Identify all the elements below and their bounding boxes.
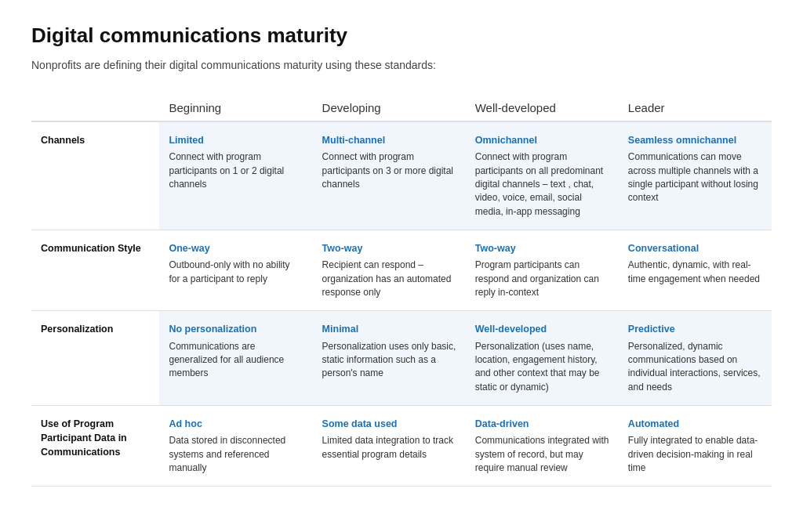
cell-title: Data-driven: [475, 417, 609, 431]
cell-title: Predictive: [628, 322, 762, 336]
cell-body: Fully integrated to enable data-driven d…: [628, 434, 762, 475]
table-cell: Seamless omnichannelCommunications can m…: [619, 121, 772, 230]
cell-body: Communications can move across multiple …: [628, 150, 762, 205]
table-cell: AutomatedFully integrated to enable data…: [619, 406, 772, 487]
page-title: Digital communications maturity: [31, 24, 772, 48]
header-developing: Developing: [313, 95, 466, 121]
cell-title: Seamless omnichannel: [628, 133, 762, 147]
table-cell: ConversationalAuthentic, dynamic, with r…: [619, 230, 772, 311]
table-row: ChannelsLimitedConnect with program part…: [31, 121, 772, 230]
table-cell: PredictivePersonalized, dynamic communic…: [619, 311, 772, 406]
table-header-row: Beginning Developing Well-developed Lead…: [31, 95, 772, 121]
cell-title: Automated: [628, 417, 762, 431]
table-cell: Some data usedLimited data integration t…: [313, 406, 466, 487]
cell-body: Personalized, dynamic communications bas…: [628, 340, 762, 395]
cell-body: Limited data integration to track essent…: [322, 434, 456, 461]
table-cell: One-wayOutbound-only with no ability for…: [159, 230, 312, 311]
cell-title: No personalization: [169, 322, 303, 336]
cell-body: Personalization uses only basic, static …: [322, 340, 456, 381]
cell-body: Program participants can respond and org…: [475, 259, 609, 299]
cell-body: Connect with program participants on all…: [475, 150, 609, 219]
cell-title: Omnichannel: [475, 133, 609, 147]
table-cell: Ad hocData stored in disconnected system…: [159, 406, 312, 487]
table-cell: LimitedConnect with program participants…: [159, 121, 312, 230]
row-label: Channels: [31, 121, 159, 230]
cell-body: Data stored in disconnected systems and …: [169, 434, 303, 475]
table-cell: Well-developedPersonalization (uses name…: [466, 311, 619, 406]
cell-title: Well-developed: [475, 322, 609, 336]
cell-body: Communications are generalized for all a…: [169, 340, 303, 381]
cell-body: Personalization (uses name, location, en…: [475, 340, 609, 395]
cell-title: Two-way: [475, 241, 609, 255]
cell-title: Ad hoc: [169, 417, 303, 431]
cell-title: Limited: [169, 133, 303, 147]
row-label: Personalization: [31, 311, 159, 406]
table-cell: MinimalPersonalization uses only basic, …: [313, 311, 466, 406]
cell-body: Authentic, dynamic, with real-time engag…: [628, 259, 762, 286]
cell-body: Communications integrated with system of…: [475, 434, 609, 475]
header-empty: [31, 95, 159, 121]
row-label: Use of Program Participant Data in Commu…: [31, 406, 159, 487]
table-row: Use of Program Participant Data in Commu…: [31, 406, 772, 487]
table-cell: Multi-channelConnect with program partic…: [313, 121, 466, 230]
table-row: PersonalizationNo personalizationCommuni…: [31, 311, 772, 406]
page-subtitle: Nonprofits are defining their digital co…: [31, 59, 772, 71]
cell-title: Two-way: [322, 241, 456, 255]
cell-title: One-way: [169, 241, 303, 255]
table-cell: Data-drivenCommunications integrated wit…: [466, 406, 619, 487]
table-row: Communication StyleOne-wayOutbound-only …: [31, 230, 772, 311]
cell-body: Outbound-only with no ability for a part…: [169, 259, 303, 286]
row-label: Communication Style: [31, 230, 159, 311]
table-cell: Two-wayProgram participants can respond …: [466, 230, 619, 311]
cell-title: Some data used: [322, 417, 456, 431]
cell-title: Conversational: [628, 241, 762, 255]
table-cell: OmnichannelConnect with program particip…: [466, 121, 619, 230]
cell-body: Recipient can respond – organization has…: [322, 259, 456, 299]
cell-title: Multi-channel: [322, 133, 456, 147]
maturity-table: Beginning Developing Well-developed Lead…: [31, 95, 772, 487]
header-leader: Leader: [619, 95, 772, 121]
header-beginning: Beginning: [159, 95, 312, 121]
cell-title: Minimal: [322, 322, 456, 336]
table-cell: Two-wayRecipient can respond – organizat…: [313, 230, 466, 311]
cell-body: Connect with program participants on 3 o…: [322, 150, 456, 191]
cell-body: Connect with program participants on 1 o…: [169, 150, 303, 191]
header-well-developed: Well-developed: [466, 95, 619, 121]
table-cell: No personalizationCommunications are gen…: [159, 311, 312, 406]
